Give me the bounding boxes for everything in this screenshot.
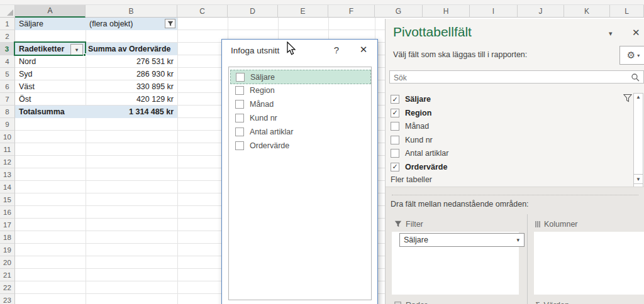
- column-header-l[interactable]: L: [610, 5, 644, 18]
- checkbox-unchecked[interactable]: [235, 86, 244, 95]
- row-header-23[interactable]: 23: [0, 294, 15, 304]
- scroll-down-icon[interactable]: ▼: [633, 174, 643, 184]
- checkbox-unchecked[interactable]: [235, 114, 244, 122]
- row-header-16[interactable]: 16: [0, 206, 15, 219]
- checkbox-unchecked[interactable]: [391, 136, 399, 144]
- pivot-row-label[interactable]: Öst: [15, 93, 86, 106]
- cell-a1-filter-field[interactable]: Säljare: [15, 18, 86, 30]
- pivot-row-value[interactable]: 276 531 kr: [86, 55, 177, 68]
- close-icon[interactable]: ✕: [632, 27, 640, 38]
- filter-area-dropzone[interactable]: Säljare ▾: [392, 232, 519, 295]
- row-header-8[interactable]: 8: [0, 106, 15, 118]
- row-header-7[interactable]: 7: [0, 93, 15, 106]
- row-header-22[interactable]: 22: [0, 281, 15, 294]
- pivot-row-label[interactable]: Syd: [15, 68, 86, 80]
- column-header-f[interactable]: F: [328, 5, 375, 18]
- field-ordervärde[interactable]: ✓Ordervärde: [391, 161, 617, 173]
- row-header-5[interactable]: 5: [0, 68, 15, 80]
- fill-handle[interactable]: [83, 53, 86, 57]
- more-tables-link[interactable]: Fler tabeller: [391, 175, 432, 184]
- row-header-14[interactable]: 14: [0, 181, 15, 193]
- slicer-field-ordervärde[interactable]: Ordervärde: [230, 139, 370, 152]
- row-header-1[interactable]: 1: [0, 18, 15, 30]
- row-header-20[interactable]: 20: [0, 256, 15, 269]
- row-header-12[interactable]: 12: [0, 156, 15, 168]
- cell-a8-total-label[interactable]: Totalsumma: [15, 106, 86, 118]
- column-header-k[interactable]: K: [564, 5, 610, 18]
- checkbox-checked[interactable]: ✓: [391, 163, 399, 171]
- row-header-17[interactable]: 17: [0, 219, 15, 231]
- row-header-18[interactable]: 18: [0, 231, 15, 244]
- column-header-h[interactable]: H: [423, 5, 470, 18]
- pivot-filter-button[interactable]: [165, 19, 175, 28]
- field-label: Månad: [405, 122, 429, 131]
- slicer-field-månad[interactable]: Månad: [230, 97, 370, 111]
- slicer-field-region[interactable]: Region: [230, 84, 370, 97]
- field-filter-funnel-icon[interactable]: [623, 94, 632, 102]
- cell-b1-filter-value[interactable]: (flera objekt): [86, 18, 177, 30]
- columns-area-dropzone[interactable]: [534, 232, 644, 295]
- cell-b3-value-header[interactable]: Summa av Ordervärde: [86, 43, 177, 55]
- scroll-up-icon[interactable]: ▲: [635, 94, 642, 100]
- row-header-15[interactable]: 15: [0, 193, 15, 206]
- slicer-field-säljare[interactable]: Säljare: [230, 70, 371, 84]
- field-kund-nr[interactable]: Kund nr: [391, 134, 617, 146]
- checkbox-unchecked[interactable]: [236, 73, 245, 82]
- help-button[interactable]: ?: [330, 45, 343, 55]
- column-header-a[interactable]: A: [15, 5, 86, 18]
- column-header-e[interactable]: E: [278, 5, 328, 18]
- cell-b8-total-value[interactable]: 1 314 485 kr: [86, 106, 177, 118]
- chevron-down-icon[interactable]: ▾: [609, 30, 613, 38]
- row-header-19[interactable]: 19: [0, 244, 15, 256]
- close-icon[interactable]: ✕: [357, 44, 370, 55]
- funnel-icon: [167, 21, 174, 27]
- checkbox-checked[interactable]: ✓: [391, 109, 399, 117]
- checkbox-unchecked[interactable]: [235, 100, 244, 109]
- select-all-corner[interactable]: [0, 5, 15, 18]
- row-header-11[interactable]: 11: [0, 143, 15, 156]
- slicer-field-label: Ordervärde: [250, 141, 289, 150]
- row-header-3[interactable]: 3: [0, 43, 15, 55]
- column-header-c[interactable]: C: [177, 5, 228, 18]
- row-header-2[interactable]: 2: [0, 30, 15, 43]
- field-säljare[interactable]: ✓Säljare: [391, 93, 617, 106]
- row-header-6[interactable]: 6: [0, 80, 15, 93]
- pivot-row-value[interactable]: 420 129 kr: [86, 93, 177, 106]
- field-månad[interactable]: Månad: [391, 120, 617, 133]
- field-antal-artiklar[interactable]: Antal artiklar: [391, 147, 617, 160]
- slicer-field-antal-artiklar[interactable]: Antal artiklar: [230, 125, 370, 138]
- checkbox-unchecked[interactable]: [391, 122, 399, 131]
- row-header-4[interactable]: 4: [0, 55, 15, 68]
- column-header-d[interactable]: D: [228, 5, 278, 18]
- filter-area-field-chip[interactable]: Säljare ▾: [399, 233, 525, 247]
- columns-icon: [535, 221, 540, 227]
- column-header-g[interactable]: G: [375, 5, 423, 18]
- row-header-9[interactable]: 9: [0, 118, 15, 131]
- row-header-21[interactable]: 21: [0, 269, 15, 281]
- row-header-13[interactable]: 13: [0, 168, 15, 181]
- chevron-down-icon[interactable]: ▾: [516, 237, 519, 243]
- dotted-separator[interactable]: [392, 195, 638, 195]
- column-header-i[interactable]: I: [470, 5, 518, 18]
- checkbox-unchecked[interactable]: [235, 128, 244, 136]
- row-header-10[interactable]: 10: [0, 131, 15, 143]
- pivot-row-label[interactable]: Nord: [15, 55, 86, 68]
- checkbox-unchecked[interactable]: [391, 149, 399, 158]
- column-header-j[interactable]: J: [518, 5, 564, 18]
- selected-cell-border: [14, 41, 86, 56]
- columns-area-label: Kolumner: [535, 220, 578, 229]
- search-input[interactable]: [392, 72, 628, 84]
- area-divider: [527, 214, 528, 304]
- pivot-row-value[interactable]: 286 930 kr: [86, 68, 177, 80]
- slicer-field-kund-nr[interactable]: Kund nr: [230, 111, 370, 124]
- tools-button[interactable]: ⚙ ▾: [619, 46, 644, 65]
- column-header-b[interactable]: B: [86, 5, 177, 18]
- chevron-down-icon: ▾: [637, 53, 640, 58]
- pivot-row-value[interactable]: 330 895 kr: [86, 80, 177, 93]
- mouse-cursor: [286, 41, 297, 57]
- checkbox-checked[interactable]: ✓: [391, 95, 399, 104]
- field-region[interactable]: ✓Region: [391, 107, 617, 119]
- pivot-row-label[interactable]: Väst: [15, 80, 86, 93]
- slicer-field-label: Månad: [250, 100, 274, 109]
- checkbox-unchecked[interactable]: [235, 141, 244, 150]
